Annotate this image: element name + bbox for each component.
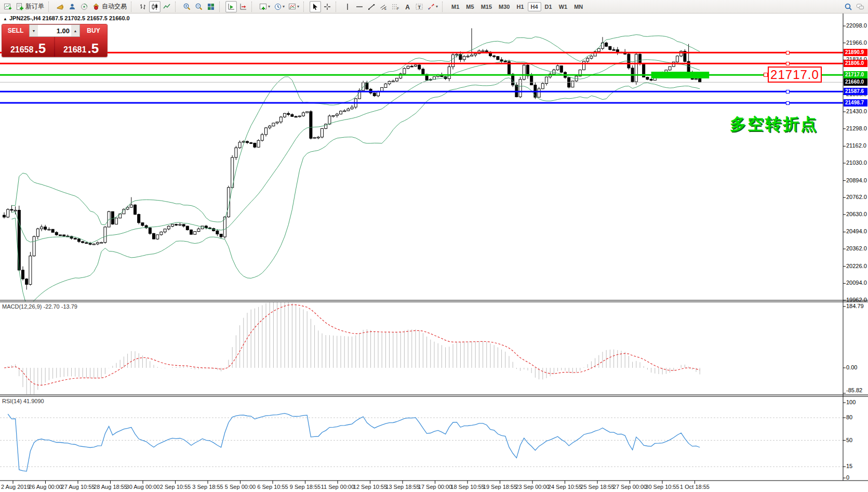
rsi-pane <box>0 414 843 471</box>
time-axis-label: 27 Aug 10:55 <box>61 484 95 490</box>
price-tick-label: 21430.0 <box>846 108 867 114</box>
line-handle[interactable] <box>786 90 790 94</box>
symbol-ohlc-header: ▲JPN225-,H4 21687.5 21702.5 21657.5 2166… <box>3 15 130 21</box>
line-handle[interactable] <box>786 101 790 105</box>
time-axis-label: 30 Aug 00:00 <box>126 484 160 490</box>
time-axis-label: 2 Sep 10:55 <box>160 484 191 490</box>
time-axis-label: 1 Oct 18:55 <box>680 484 710 490</box>
time-axis-label: 19 Sep 18:55 <box>483 484 517 490</box>
highlight-rectangle <box>651 72 710 78</box>
sell-price[interactable]: 21658 .5 <box>2 37 54 57</box>
price-tick-label: 20226.0 <box>846 263 867 269</box>
price-tick-label: 20494.0 <box>846 228 867 234</box>
price-tick-label: 20362.0 <box>846 245 867 251</box>
price-tick-label: 20894.0 <box>846 177 867 183</box>
rsi-tick-label: 0 <box>846 474 849 481</box>
rsi-tick-label: 100 <box>846 399 856 405</box>
bollinger-middle-band <box>11 60 700 243</box>
buy-price-frac: .5 <box>87 42 99 55</box>
time-axis-label: 18 Sep 10:55 <box>450 484 484 490</box>
volume-input[interactable] <box>38 25 71 36</box>
candle-wicks <box>4 28 700 289</box>
volume-decrease-button[interactable]: ▼ <box>30 25 38 36</box>
price-tick-label: 20630.0 <box>846 211 867 217</box>
sell-price-main: 21658 <box>10 45 34 55</box>
time-axis-label: 6 Sep 10:55 <box>257 484 288 490</box>
price-tick-label: 21966.0 <box>846 39 867 46</box>
level-price-chip: 21498.7 <box>844 99 867 107</box>
buy-button[interactable]: BUY <box>80 24 107 37</box>
chart-annotation-text[interactable]: 多空转折点 <box>725 113 823 135</box>
current-price-chip: 21660.0 <box>844 78 867 86</box>
sell-button[interactable]: SELL <box>2 24 29 37</box>
rsi-tick-label: 80 <box>846 414 852 420</box>
level-price-chip: 21587.6 <box>844 88 867 95</box>
buy-price[interactable]: 21681 .5 <box>55 37 107 57</box>
macd-label: MACD(12,26,9) -22.70 -13.79 <box>2 303 77 310</box>
time-axis-label: 9 Sep 18:55 <box>290 484 321 490</box>
time-axis-label: 3 Sep 18:55 <box>192 484 223 490</box>
callout-anchor-node[interactable] <box>764 73 768 77</box>
price-tick-label: 20094.0 <box>846 280 867 286</box>
volume-stepper: ▼ ▲ <box>29 24 80 37</box>
macd-pane <box>4 300 700 397</box>
volume-increase-button[interactable]: ▲ <box>71 25 79 36</box>
macd-tick-label: 0.00 <box>846 364 857 370</box>
time-axis-label: 5 Sep 00:00 <box>225 484 256 490</box>
level-price-chip: 21890.9 <box>844 49 867 56</box>
time-axis-label: 24 Sep 10:55 <box>548 484 582 490</box>
time-axis-label: 23 Sep 00:00 <box>515 484 549 490</box>
price-tick-label: 21298.0 <box>846 125 867 131</box>
rsi-line <box>8 414 700 471</box>
macd-tick-label: 184.79 <box>846 303 864 309</box>
time-axis-label: 25 Sep 18:55 <box>580 484 614 490</box>
time-axis-label: 12 Sep 10:55 <box>353 484 387 490</box>
macd-histogram <box>4 300 700 397</box>
symbol-ohlc-text: JPN225-,H4 21687.5 21702.5 21657.5 21660… <box>9 15 130 21</box>
chart-canvas[interactable] <box>0 0 868 492</box>
time-axis-label: 28 Aug 18:55 <box>94 484 127 490</box>
time-axis-label: 11 Sep 00:00 <box>321 484 355 490</box>
price-tick-label: 21030.0 <box>846 159 867 166</box>
time-axis-label: 13 Sep 18:55 <box>385 484 419 490</box>
sell-price-frac: .5 <box>34 42 46 55</box>
rsi-label: RSI(14) 41.9090 <box>2 398 44 404</box>
price-tick-label: 19962.0 <box>846 297 867 303</box>
time-axis-label: 26 Aug 00:00 <box>29 484 62 490</box>
price-pane <box>3 28 701 306</box>
time-axis-label: 30 Sep 10:55 <box>645 484 679 490</box>
price-tick-label: 22098.0 <box>846 22 867 29</box>
line-handle[interactable] <box>786 62 790 65</box>
buy-price-main: 21681 <box>63 45 87 55</box>
rsi-tick-label: 50 <box>846 437 852 443</box>
line-handle[interactable] <box>786 51 790 55</box>
time-axis-label: 2 Aug 2019 <box>1 484 30 490</box>
symbol-marker-icon: ▲ <box>3 17 7 21</box>
time-axis-label: 17 Sep 00:00 <box>418 484 452 490</box>
mt4-window: 新订单自动交易▾▾▾EFAT▾M1M5M15M30H1H4D1W1MN ▲JPN… <box>0 0 868 492</box>
price-tick-label: 21162.0 <box>846 142 866 149</box>
bollinger-lower-band <box>11 78 700 306</box>
price-callout-box[interactable]: 21717.0 <box>768 67 822 83</box>
macd-tick-label: -85.82 <box>846 387 862 393</box>
price-tick-label: 20762.0 <box>846 194 867 200</box>
time-axis-label: 27 Sep 00:00 <box>613 484 647 490</box>
one-click-trading-panel: SELL ▼ ▲ BUY 21658 .5 21681 .5 <box>2 24 108 57</box>
level-price-chip: 21806.0 <box>844 60 867 67</box>
level-price-chip: 21717.0 <box>844 71 867 78</box>
rsi-tick-label: 15 <box>846 463 852 469</box>
